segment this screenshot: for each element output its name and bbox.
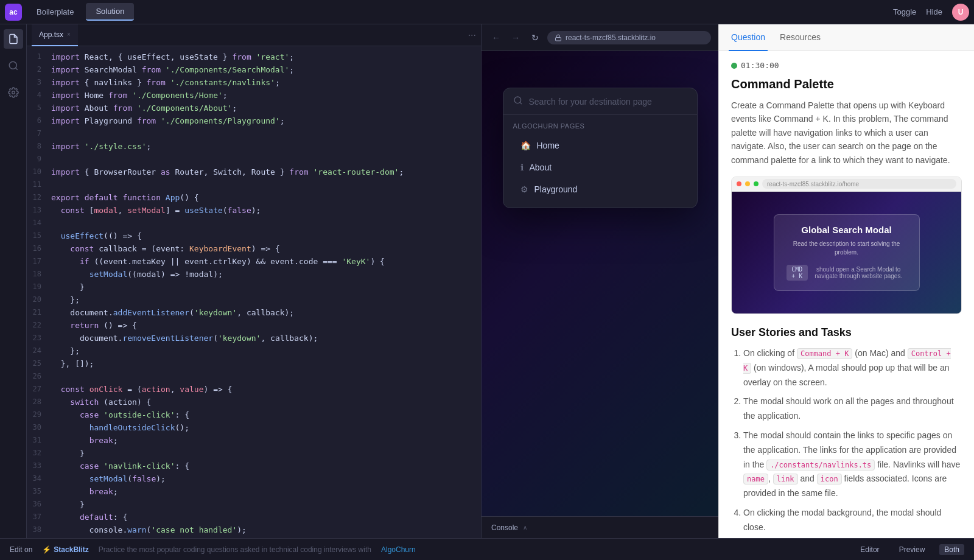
search-nav-item-about[interactable]: ℹ About xyxy=(513,156,687,178)
sidebar-icon-settings[interactable] xyxy=(4,83,23,102)
app-logo: ac xyxy=(5,4,22,21)
code-line-35: 35 break; xyxy=(27,486,481,499)
playground-icon: ⚙ xyxy=(520,184,528,194)
console-bar[interactable]: Console ∧ xyxy=(482,516,718,538)
editor-more-options[interactable]: ··· xyxy=(468,30,476,41)
task-item-2: The modal should work on all the pages a… xyxy=(743,394,962,424)
tab-question[interactable]: Question xyxy=(729,24,768,51)
tab-boilerplate[interactable]: Boilerplate xyxy=(27,4,83,20)
about-icon: ℹ xyxy=(520,163,524,172)
sidebar-icon-search[interactable] xyxy=(4,56,23,75)
panel-title: Command Palette xyxy=(731,77,962,91)
cmd-suffix: should open a Search Modal to navigate t… xyxy=(810,266,907,279)
right-panel: Question Resources 01:30:00 Command Pale… xyxy=(718,24,974,538)
search-input-row: Search for your destination page xyxy=(503,88,697,115)
tab-resources[interactable]: Resources xyxy=(777,24,823,51)
svg-point-4 xyxy=(514,97,521,103)
search-nav-item-playground[interactable]: ⚙ Playground xyxy=(513,178,687,200)
code-name-field: name xyxy=(743,474,768,485)
code-line-24: 24 }; xyxy=(27,345,481,358)
svg-point-2 xyxy=(12,91,15,94)
stackblitz-logo[interactable]: ⚡ StackBlitz xyxy=(42,545,88,554)
topbar-right-actions: Toggle Hide U xyxy=(893,4,969,21)
code-line-26: 26 xyxy=(27,371,481,383)
dot-red xyxy=(737,181,741,186)
bottom-tab-preview[interactable]: Preview xyxy=(894,544,930,555)
editor-tab-close[interactable]: × xyxy=(67,31,71,38)
browser-back-button[interactable]: ← xyxy=(489,30,503,45)
toggle-button[interactable]: Toggle xyxy=(893,7,916,16)
console-label: Console xyxy=(491,523,518,532)
code-line-4: 4 import Home from './Components/Home'; xyxy=(27,89,481,102)
bottom-tab-both[interactable]: Both xyxy=(939,544,964,555)
code-line-25: 25 }, []); xyxy=(27,358,481,371)
bottom-bar-right: Editor Preview Both xyxy=(855,544,964,555)
search-nav-item-home[interactable]: 🏠 Home xyxy=(513,135,687,156)
avatar[interactable]: U xyxy=(952,4,969,21)
code-line-3: 3 import { navlinks } from './constants/… xyxy=(27,77,481,89)
browser-forward-button[interactable]: → xyxy=(508,30,523,45)
timer-text: 01:30:00 xyxy=(741,61,779,70)
code-line-36: 36 } xyxy=(27,499,481,511)
code-line-30: 30 handleOutsideClick(); xyxy=(27,422,481,435)
code-line-13: 13 const [modal, setModal] = useState(fa… xyxy=(27,205,481,217)
code-line-5: 5 import About from './Components/About'… xyxy=(27,102,481,115)
browser-preview-area: ← → ↻ react-ts-mzcf85.stackblitz.io Sear… xyxy=(481,24,718,538)
modal-preview-desc: Read the description to start solving th… xyxy=(787,240,907,257)
editor-area: App.tsx × ··· 1 import React, { useEffec… xyxy=(27,24,481,538)
stackblitz-label: StackBlitz xyxy=(54,545,88,554)
algochurn-link[interactable]: AlgoChurn xyxy=(381,545,416,554)
code-line-8: 8 import './style.css'; xyxy=(27,141,481,153)
topbar: ac Boilerplate Solution Toggle Hide U xyxy=(0,0,974,24)
lightning-icon: ⚡ xyxy=(42,545,51,554)
code-line-33: 33 case 'navlink-click': { xyxy=(27,460,481,473)
timer-badge: 01:30:00 xyxy=(731,61,962,70)
code-line-28: 28 switch (action) { xyxy=(27,396,481,409)
code-icon-field: icon xyxy=(817,474,842,485)
console-chevron-icon: ∧ xyxy=(523,524,527,531)
code-line-12: 12 export default function App() { xyxy=(27,192,481,205)
search-section-title: Algochurn Pages xyxy=(513,122,687,130)
code-line-31: 31 break; xyxy=(27,435,481,447)
editor-tabs: App.tsx × ··· xyxy=(27,24,481,46)
screenshot-url: react-ts-mzcf85.stackblitz.io/home xyxy=(762,179,956,189)
screenshot-body: Global Search Modal Read the description… xyxy=(732,192,961,313)
edit-on-label: Edit on xyxy=(10,545,32,554)
svg-point-0 xyxy=(9,61,16,69)
code-line-16: 16 const callback = (event: KeyboardEven… xyxy=(27,243,481,256)
sidebar-icon-files[interactable] xyxy=(4,29,23,49)
panel-screenshot: react-ts-mzcf85.stackblitz.io/home Globa… xyxy=(731,177,962,314)
browser-refresh-button[interactable]: ↻ xyxy=(528,30,542,45)
tab-solution[interactable]: Solution xyxy=(86,3,134,21)
task-item-1: On clicking of Command + K (on Mac) and … xyxy=(743,346,962,390)
code-line-22: 22 return () => { xyxy=(27,320,481,332)
search-nav-label-about: About xyxy=(530,163,552,172)
code-line-17: 17 if ((event.metaKey || event.ctrlKey) … xyxy=(27,256,481,268)
timer-dot xyxy=(731,63,737,69)
panel-description: Create a Command Palette that opens up w… xyxy=(731,99,962,167)
bottom-bar: Edit on ⚡ StackBlitz Practice the most p… xyxy=(0,538,974,560)
search-placeholder[interactable]: Search for your destination page xyxy=(529,97,687,107)
url-text: react-ts-mzcf85.stackblitz.io xyxy=(566,33,656,42)
code-editor[interactable]: 1 import React, { useEffect, useState } … xyxy=(27,46,481,538)
code-line-15: 15 useEffect(() => { xyxy=(27,230,481,243)
right-panel-content: 01:30:00 Command Palette Create a Comman… xyxy=(719,51,974,538)
bottom-tab-editor[interactable]: Editor xyxy=(855,544,884,555)
svg-line-1 xyxy=(15,68,17,69)
right-panel-tabs: Question Resources xyxy=(719,24,974,51)
svg-rect-3 xyxy=(556,37,561,41)
code-line-32: 32 } xyxy=(27,447,481,460)
code-line-14: 14 xyxy=(27,217,481,230)
main-text: Practice the most popular coding questio… xyxy=(99,545,371,554)
browser-url-bar[interactable]: react-ts-mzcf85.stackblitz.io xyxy=(547,31,711,44)
editor-tab-app-tsx[interactable]: App.tsx × xyxy=(32,24,78,46)
code-command-k: Command + K xyxy=(797,348,852,359)
search-modal-overlay[interactable]: Search for your destination page Algochu… xyxy=(482,51,718,516)
code-line-39: 39 break; xyxy=(27,537,481,538)
code-line-19: 19 } xyxy=(27,281,481,294)
modal-preview-cmd: CMD + K should open a Search Modal to na… xyxy=(787,265,907,281)
hide-button[interactable]: Hide xyxy=(926,7,942,16)
modal-preview-box: Global Search Modal Read the description… xyxy=(774,214,920,291)
code-line-1: 1 import React, { useEffect, useState } … xyxy=(27,51,481,64)
dot-yellow xyxy=(745,181,750,186)
